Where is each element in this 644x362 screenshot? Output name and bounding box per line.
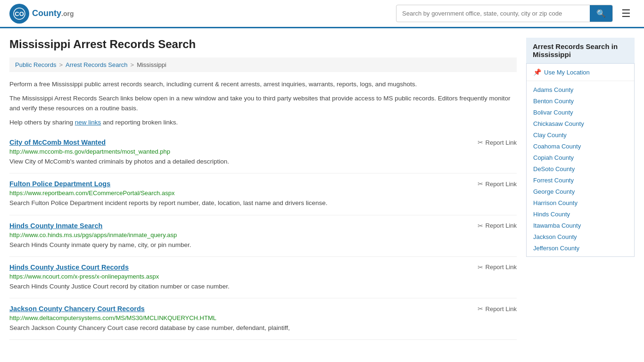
county-list-item: Copiah County xyxy=(527,152,634,163)
report-label: Report Link xyxy=(486,139,517,146)
report-label: Report Link xyxy=(486,181,517,188)
use-location-link[interactable]: Use My Location xyxy=(544,69,590,76)
logo-text: County.org xyxy=(32,8,74,18)
logo-icon: CO xyxy=(9,4,29,24)
location-icon: 📌 xyxy=(533,68,541,76)
county-list-item: Hinds County xyxy=(527,208,634,220)
county-link-5[interactable]: Coahoma County xyxy=(533,143,581,150)
record-item: Hinds County Justice Court Records ✂ Rep… xyxy=(9,257,517,298)
description-1: Perform a free Mississippi public arrest… xyxy=(9,80,517,89)
report-link-2[interactable]: ✂ Report Link xyxy=(478,222,517,230)
report-label: Report Link xyxy=(486,222,517,229)
record-header: Jackson County Chancery Court Records ✂ … xyxy=(9,305,517,313)
record-desc-2: Search Hinds County inmate query by name… xyxy=(9,240,517,250)
record-header: Hinds County Justice Court Records ✂ Rep… xyxy=(9,263,517,271)
description-2: The Mississippi Arrest Records Search li… xyxy=(9,94,517,113)
record-desc-3: Search Hinds County Justice Court record… xyxy=(9,282,517,291)
record-item: City of McComb Most Wanted ✂ Report Link… xyxy=(9,132,517,173)
record-header: Fulton Police Department Logs ✂ Report L… xyxy=(9,180,517,188)
record-title-3[interactable]: Hinds County Justice Court Records xyxy=(9,263,129,271)
county-link-7[interactable]: DeSoto County xyxy=(533,165,575,173)
report-link-4[interactable]: ✂ Report Link xyxy=(478,305,517,313)
sidebar-title: Arrest Records Search in Mississippi xyxy=(526,38,635,64)
content-area: Mississippi Arrest Records Search Public… xyxy=(9,38,517,340)
sidebar-content: 📌 Use My Location Adams CountyBenton Cou… xyxy=(526,64,635,257)
county-list-item: George County xyxy=(527,186,634,197)
county-link-4[interactable]: Clay County xyxy=(533,132,567,139)
menu-button[interactable]: ☰ xyxy=(618,6,635,22)
record-item: Fulton Police Department Logs ✂ Report L… xyxy=(9,173,517,215)
county-list-item: Forrest County xyxy=(527,174,634,186)
report-link-3[interactable]: ✂ Report Link xyxy=(478,263,517,271)
county-list-item: Jackson County xyxy=(527,231,634,242)
county-list: Adams CountyBenton CountyBolivar CountyC… xyxy=(527,81,634,256)
use-location[interactable]: 📌 Use My Location xyxy=(527,64,634,81)
county-list-item: Itawamba County xyxy=(527,220,634,231)
county-link-9[interactable]: George County xyxy=(533,188,575,195)
county-list-item: Coahoma County xyxy=(527,140,634,152)
county-link-0[interactable]: Adams County xyxy=(533,86,573,93)
records-container: City of McComb Most Wanted ✂ Report Link… xyxy=(9,132,517,340)
county-list-item: Chickasaw County xyxy=(527,118,634,129)
record-desc-4: Search Jackson County Chancery Court cas… xyxy=(9,323,517,333)
record-url-3[interactable]: https://www.ncourt.com/x-press/x-onlinep… xyxy=(9,273,517,280)
report-label: Report Link xyxy=(486,305,517,313)
breadcrumb: Public Records > Arrest Records Search >… xyxy=(9,58,517,72)
record-item: Jackson County Chancery Court Records ✂ … xyxy=(9,298,517,340)
county-list-item: Benton County xyxy=(527,95,634,107)
breadcrumb-arrest-records[interactable]: Arrest Records Search xyxy=(66,61,128,68)
county-link-14[interactable]: Jefferson County xyxy=(533,245,579,252)
record-url-4[interactable]: http://www.deltacomputersystems.com/MS/M… xyxy=(9,314,517,321)
county-link-2[interactable]: Bolivar County xyxy=(533,109,573,116)
report-label: Report Link xyxy=(486,263,517,271)
main-container: Mississippi Arrest Records Search Public… xyxy=(0,28,644,349)
record-url-0[interactable]: http://www.mccomb-ms.gov/departments/mos… xyxy=(9,148,517,155)
county-link-3[interactable]: Chickasaw County xyxy=(533,120,584,127)
page-title: Mississippi Arrest Records Search xyxy=(9,38,517,51)
county-list-item: Jefferson County xyxy=(527,242,634,254)
breadcrumb-state: Mississippi xyxy=(137,61,166,68)
record-url-1[interactable]: https://www.reportbeam.com/ECommercePort… xyxy=(9,189,517,197)
county-list-item: Bolivar County xyxy=(527,107,634,118)
record-title-2[interactable]: Hinds County Inmate Search xyxy=(9,222,102,230)
record-title-0[interactable]: City of McComb Most Wanted xyxy=(9,139,106,146)
search-bar: 🔍 xyxy=(396,5,613,22)
record-title-1[interactable]: Fulton Police Department Logs xyxy=(9,180,110,188)
breadcrumb-public-records[interactable]: Public Records xyxy=(15,61,56,68)
record-title-4[interactable]: Jackson County Chancery Court Records xyxy=(9,305,145,313)
county-list-item: Clay County xyxy=(527,129,634,140)
county-link-1[interactable]: Benton County xyxy=(533,98,574,105)
record-desc-1: Search Fulton Police Department incident… xyxy=(9,198,517,208)
sidebar: Arrest Records Search in Mississippi 📌 U… xyxy=(526,38,635,340)
record-desc-0: View City of McComb's wanted criminals b… xyxy=(9,157,517,166)
county-list-item: Adams County xyxy=(527,84,634,95)
county-list-item: DeSoto County xyxy=(527,163,634,174)
report-icon: ✂ xyxy=(478,139,483,146)
site-header: CO County.org 🔍 ☰ xyxy=(0,0,644,28)
county-link-12[interactable]: Itawamba County xyxy=(533,222,581,229)
record-url-2[interactable]: http://www.co.hinds.ms.us/pgs/apps/inmat… xyxy=(9,231,517,239)
logo-area[interactable]: CO County.org xyxy=(9,4,74,24)
county-link-10[interactable]: Harrison County xyxy=(533,199,578,206)
county-link-8[interactable]: Forrest County xyxy=(533,177,574,184)
report-icon: ✂ xyxy=(478,263,483,271)
report-icon: ✂ xyxy=(478,305,483,313)
new-links-link[interactable]: new links xyxy=(75,119,101,126)
record-header: Hinds County Inmate Search ✂ Report Link xyxy=(9,222,517,230)
record-header: City of McComb Most Wanted ✂ Report Link xyxy=(9,139,517,146)
search-button[interactable]: 🔍 xyxy=(590,5,612,22)
description-3: Help others by sharing new links and rep… xyxy=(9,118,517,127)
report-icon: ✂ xyxy=(478,222,483,230)
header-right: 🔍 ☰ xyxy=(396,5,635,22)
county-link-11[interactable]: Hinds County xyxy=(533,211,570,218)
report-icon: ✂ xyxy=(478,180,483,188)
report-link-0[interactable]: ✂ Report Link xyxy=(478,139,517,146)
report-link-1[interactable]: ✂ Report Link xyxy=(478,180,517,188)
county-link-13[interactable]: Jackson County xyxy=(533,233,577,240)
county-link-6[interactable]: Copiah County xyxy=(533,154,574,161)
search-input[interactable] xyxy=(396,6,590,21)
svg-text:CO: CO xyxy=(15,10,24,17)
record-item: Hinds County Inmate Search ✂ Report Link… xyxy=(9,215,517,257)
county-list-item: Harrison County xyxy=(527,197,634,208)
